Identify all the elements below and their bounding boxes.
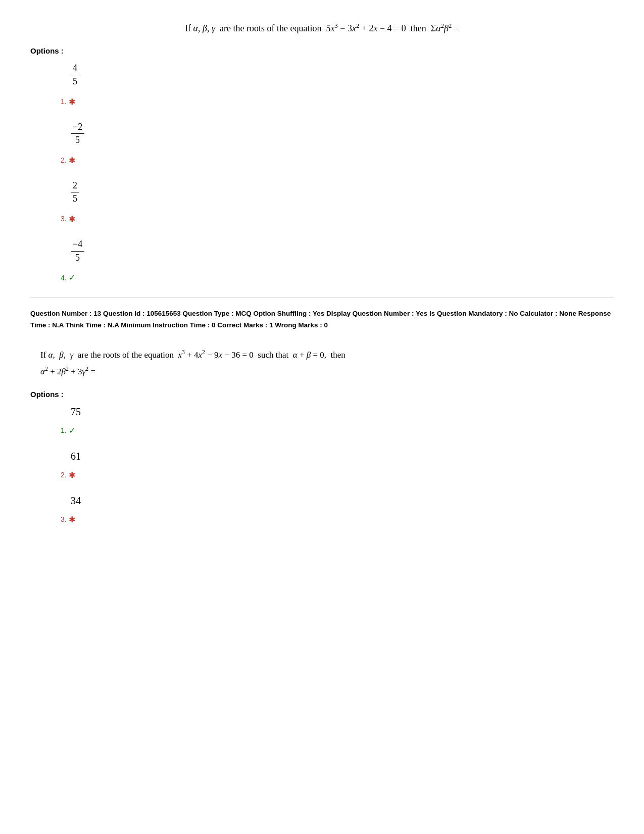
list-item: 75 1. ✓	[61, 406, 614, 435]
option-12-2-fraction: −2 5	[71, 122, 84, 148]
list-item: −2 5 2. ✱	[61, 122, 614, 165]
cross-icon: ✱	[69, 97, 75, 107]
option-12-1-fraction: 4 5	[71, 63, 79, 89]
question-13-options-list: 75 1. ✓ 61 2. ✱ 34 3. ✱	[61, 406, 614, 524]
fraction-4-5: 4 5	[71, 63, 79, 87]
option-13-1-number: 1. ✓	[61, 426, 75, 435]
option-12-1-number: 1. ✱	[61, 97, 75, 107]
option-12-2-row: 2. ✱	[61, 156, 75, 165]
question-13-text: If α, β, γ are the roots of the equation…	[30, 347, 614, 380]
option-12-3-fraction: 2 5	[71, 180, 79, 207]
check-icon: ✓	[69, 426, 75, 435]
question-12-options-list: 4 5 1. ✱ −2 5 2. ✱ 2	[61, 63, 614, 282]
question-meta-block: Question Number : 13 Question Id : 10561…	[30, 298, 614, 331]
question-13-block: If α, β, γ are the roots of the equation…	[30, 347, 614, 524]
option-13-3-row: 3. ✱	[61, 515, 75, 524]
question-12-block: If α, β, γ are the roots of the equation…	[30, 20, 614, 282]
option-12-3-number: 3. ✱	[61, 214, 75, 224]
option-12-4-row: 4. ✓	[61, 273, 75, 282]
option-13-2-number: 2. ✱	[61, 470, 75, 480]
check-icon: ✓	[69, 273, 75, 282]
option-13-1-value: 75	[71, 406, 81, 418]
option-13-2-value: 61	[71, 451, 81, 462]
option-13-1-row: 1. ✓	[61, 426, 75, 435]
meta-text: Question Number : 13 Question Id : 10561…	[30, 310, 611, 329]
list-item: 2 5 3. ✱	[61, 180, 614, 224]
question-12-text: If α, β, γ are the roots of the equation…	[30, 20, 614, 36]
question-13-options-label: Options :	[30, 390, 614, 399]
option-13-3-number: 3. ✱	[61, 515, 75, 524]
list-item: 61 2. ✱	[61, 451, 614, 480]
option-12-4-fraction: −4 5	[71, 239, 84, 265]
option-12-1-row: 1. ✱	[61, 97, 75, 107]
cross-icon: ✱	[69, 515, 75, 524]
option-13-3-value: 34	[71, 495, 81, 507]
list-item: 34 3. ✱	[61, 495, 614, 524]
option-12-2-number: 2. ✱	[61, 156, 75, 165]
list-item: −4 5 4. ✓	[61, 239, 614, 282]
option-12-4-number: 4. ✓	[61, 273, 75, 282]
option-12-3-row: 3. ✱	[61, 214, 75, 224]
option-13-2-row: 2. ✱	[61, 470, 75, 480]
list-item: 4 5 1. ✱	[61, 63, 614, 106]
cross-icon: ✱	[69, 214, 75, 224]
fraction-2-5: 2 5	[71, 180, 79, 205]
fraction-neg2-5: −2 5	[71, 122, 84, 146]
fraction-neg4-5: −4 5	[71, 239, 84, 263]
cross-icon: ✱	[69, 156, 75, 165]
question-12-options-label: Options :	[30, 46, 614, 55]
cross-icon: ✱	[69, 470, 75, 480]
